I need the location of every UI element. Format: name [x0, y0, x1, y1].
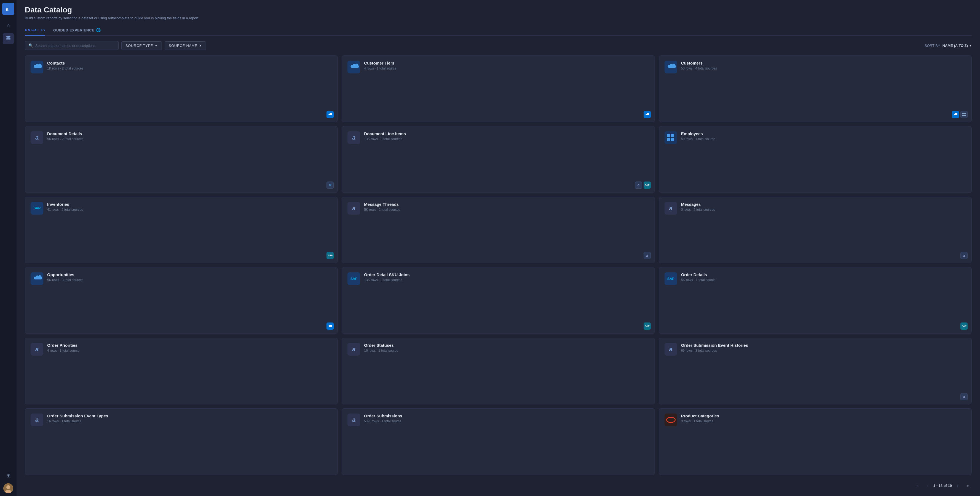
card-meta: 13K rows · 3 total sources: [364, 278, 649, 282]
dataset-card[interactable]: Product Categories 3 rows · 1 total sour…: [659, 408, 972, 475]
card-title: Customers: [681, 61, 966, 65]
oracle-icon: [665, 413, 677, 426]
dataset-card[interactable]: SAP Inventories 41 rows · 2 total source…: [25, 197, 338, 263]
card-title: Order Submissions: [364, 413, 649, 418]
card-meta: 16 rows · 1 total source: [47, 419, 332, 423]
svg-text:a: a: [6, 6, 8, 12]
sidebar: a ⌂ ⊞: [0, 0, 16, 496]
card-info: Order Statuses 16 rows · 1 total source: [364, 343, 649, 352]
search-icon: 🔍: [29, 43, 33, 48]
svg-rect-15: [671, 134, 674, 137]
salesforce-badge: [644, 111, 651, 118]
search-input[interactable]: [35, 44, 115, 48]
user-avatar[interactable]: [3, 483, 13, 493]
next-page-button[interactable]: ›: [954, 482, 962, 490]
app-logo[interactable]: a: [2, 3, 14, 15]
svg-rect-10: [963, 113, 964, 114]
card-info: Customer Tiers 4 rows · 1 total source: [364, 61, 649, 70]
windows-icon: [665, 131, 677, 144]
main-content: Data Catalog Build custom reports by sel…: [16, 0, 980, 496]
sort-selector[interactable]: NAME (A TO Z) ▼: [942, 44, 972, 48]
dataset-card[interactable]: Customer Tiers 4 rows · 1 total source: [342, 56, 655, 122]
dataset-card[interactable]: Contacts 1K rows · 2 total sources: [25, 56, 338, 122]
card-meta: 4 rows · 1 total source: [47, 349, 332, 352]
appian-icon: a: [665, 343, 677, 356]
card-title: Opportunities: [47, 272, 332, 277]
appian-badge: a: [961, 393, 967, 400]
home-icon: ⌂: [7, 22, 10, 29]
database-icon: [5, 35, 11, 42]
appian-icon: a: [347, 413, 360, 426]
svg-rect-17: [671, 138, 674, 141]
sidebar-item-catalog[interactable]: [3, 33, 14, 44]
dataset-card[interactable]: a Message Threads 5K rows · 2 total sour…: [342, 197, 655, 263]
source-name-filter[interactable]: SOURCE NAME ▼: [165, 41, 206, 50]
last-page-button[interactable]: »: [964, 482, 972, 490]
card-title: Product Categories: [681, 413, 966, 418]
card-title: Document Line Items: [364, 131, 649, 136]
card-info: Document Details 5K rows · 2 total sourc…: [47, 131, 332, 141]
prev-page-button[interactable]: ‹: [923, 482, 931, 490]
page-subtitle: Build custom reports by selecting a data…: [25, 16, 972, 20]
card-badges: a: [644, 252, 651, 259]
dataset-card[interactable]: SAP Order Detail SKU Joins 13K rows · 3 …: [342, 267, 655, 334]
card-meta: 5K rows · 2 total sources: [47, 137, 332, 141]
card-info: Order Detail SKU Joins 13K rows · 3 tota…: [364, 272, 649, 282]
tab-guided-experience[interactable]: GUIDED EXPERIENCE 🌐: [53, 26, 101, 35]
card-info: Inventories 41 rows · 2 total sources: [47, 202, 332, 212]
dataset-card[interactable]: a Order Submissions 5.4K rows · 1 total …: [342, 408, 655, 475]
card-info: Contacts 1K rows · 2 total sources: [47, 61, 332, 70]
sap-icon: SAP: [30, 202, 43, 215]
dataset-card[interactable]: a Document Details 5K rows · 2 total sou…: [25, 126, 338, 193]
card-title: Document Details: [47, 131, 332, 136]
sap-badge: SAP: [961, 322, 967, 330]
dataset-card[interactable]: Customers 50 rows · 4 total sources: [659, 56, 972, 122]
dataset-card[interactable]: a Order Submission Event Types 16 rows ·…: [25, 408, 338, 475]
card-badges: a: [961, 252, 967, 259]
card-meta: 3 rows · 1 total source: [681, 419, 966, 423]
dataset-card[interactable]: a Order Submission Event Histories 69 ro…: [659, 338, 972, 404]
svg-rect-5: [6, 38, 11, 38]
dataset-card[interactable]: a Order Priorities 4 rows · 1 total sour…: [25, 338, 338, 404]
chevron-down-icon: ▼: [199, 44, 202, 47]
sidebar-item-home[interactable]: ⌂: [3, 20, 14, 31]
grid-icon: ⊞: [6, 472, 11, 478]
card-badges: [644, 111, 651, 118]
svg-rect-13: [964, 115, 966, 116]
db2-badge: ⊛: [326, 182, 334, 189]
dataset-card[interactable]: a Messages 0 rows · 2 total sources a: [659, 197, 972, 263]
source-type-filter[interactable]: SOURCE TYPE ▼: [121, 41, 162, 50]
appian-icon: a: [347, 131, 360, 144]
card-info: Document Line Items 13K rows · 3 total s…: [364, 131, 649, 141]
card-info: Message Threads 5K rows · 2 total source…: [364, 202, 649, 212]
card-info: Customers 50 rows · 4 total sources: [681, 61, 966, 70]
appian-badge: a: [635, 182, 642, 189]
dataset-card[interactable]: Opportunities 5K rows · 3 total sources: [25, 267, 338, 334]
card-badges: [326, 322, 334, 330]
dataset-card[interactable]: Employees 50 rows · 1 total source: [659, 126, 972, 193]
sap-badge: SAP: [326, 252, 334, 259]
card-meta: 13K rows · 3 total sources: [364, 137, 649, 141]
tab-datasets[interactable]: DATASETS: [25, 26, 45, 35]
first-page-button[interactable]: «: [913, 482, 921, 490]
svg-rect-16: [667, 138, 670, 141]
card-title: Messages: [681, 202, 966, 207]
card-info: Order Priorities 4 rows · 1 total source: [47, 343, 332, 352]
card-meta: 5.4K rows · 1 total source: [364, 419, 649, 423]
appian-badge: a: [644, 252, 651, 259]
card-title: Order Details: [681, 272, 966, 277]
appian-icon: a: [30, 131, 43, 144]
salesforce-icon: [347, 61, 360, 73]
dataset-card[interactable]: SAP Order Details 5K rows · 1 total sour…: [659, 267, 972, 334]
dataset-card[interactable]: a Document Line Items 13K rows · 3 total…: [342, 126, 655, 193]
card-info: Order Submission Event Types 16 rows · 1…: [47, 413, 332, 423]
card-title: Order Detail SKU Joins: [364, 272, 649, 277]
search-box[interactable]: 🔍: [25, 41, 119, 50]
card-info: Employees 50 rows · 1 total source: [681, 131, 966, 141]
dataset-card[interactable]: a Order Statuses 16 rows · 1 total sourc…: [342, 338, 655, 404]
card-badges: a: [961, 393, 967, 400]
salesforce-badge: [952, 111, 959, 118]
svg-rect-11: [964, 113, 966, 114]
sidebar-item-grid[interactable]: ⊞: [3, 470, 14, 481]
card-badges: [326, 111, 334, 118]
